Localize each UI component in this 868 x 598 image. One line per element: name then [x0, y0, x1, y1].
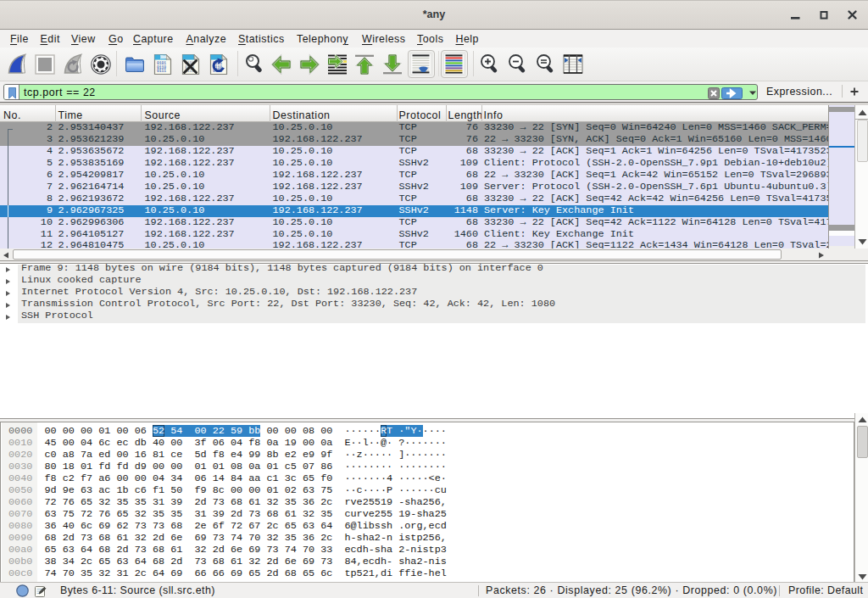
svg-text:0111: 0111	[157, 69, 166, 73]
